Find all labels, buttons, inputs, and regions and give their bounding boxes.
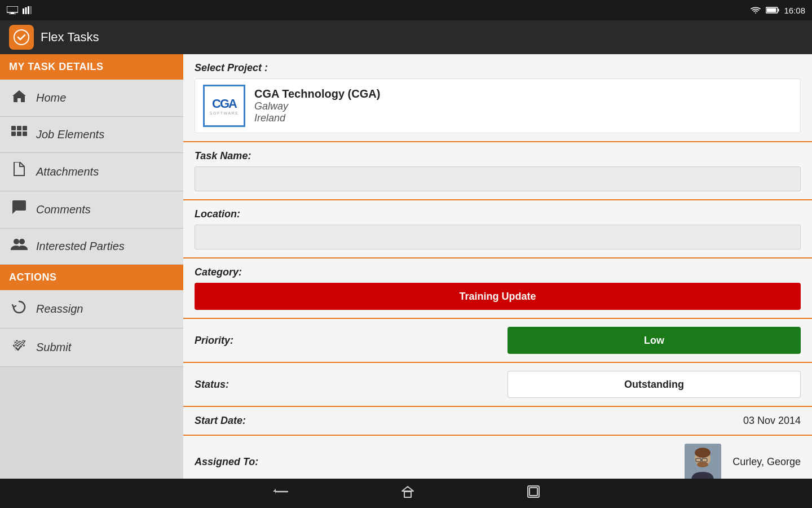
location-input[interactable]: [195, 225, 801, 249]
job-elements-label: Job Elements: [36, 128, 104, 141]
back-button[interactable]: [272, 485, 288, 501]
actions-header: ACTIONS: [0, 265, 183, 290]
avatar-image: [685, 444, 721, 479]
svg-rect-13: [23, 126, 27, 130]
cga-text: CGA: [212, 97, 236, 111]
main-layout: MY TASK DETAILS Home Job Eleme: [0, 54, 812, 479]
priority-section: Priority: Low: [183, 319, 812, 363]
priority-button[interactable]: Low: [508, 327, 801, 354]
svg-rect-2: [9, 14, 16, 14]
svg-rect-0: [7, 6, 18, 12]
select-project-section: Select Project : CGA SOFTWARE CGA Techno…: [183, 54, 812, 142]
start-date-value: 03 Nov 2014: [743, 415, 801, 427]
project-city: Galway: [254, 100, 380, 112]
content-area: Select Project : CGA SOFTWARE CGA Techno…: [183, 54, 812, 479]
screen-icon: [7, 6, 18, 14]
svg-rect-6: [30, 6, 32, 14]
sidebar-item-home[interactable]: Home: [0, 80, 183, 117]
app-title: Flex Tasks: [41, 30, 99, 45]
svg-rect-15: [17, 132, 21, 136]
battery-icon: [766, 6, 779, 14]
category-section: Category: Training Update: [183, 259, 812, 319]
project-card[interactable]: CGA SOFTWARE CGA Technology (CGA) Galway…: [195, 78, 801, 133]
reassign-label: Reassign: [36, 303, 83, 316]
category-button[interactable]: Training Update: [195, 283, 801, 310]
sidebar-item-job-elements[interactable]: Job Elements: [0, 117, 183, 153]
app-logo: [9, 25, 34, 50]
svg-rect-3: [23, 8, 24, 14]
status-section: Status: Outstanding: [183, 363, 812, 407]
svg-point-18: [19, 239, 25, 244]
assigned-to-label: Assigned To:: [195, 456, 258, 468]
project-country: Ireland: [254, 112, 380, 124]
status-bar: 16:08: [0, 0, 812, 20]
attachments-icon: [10, 162, 28, 182]
svg-rect-1: [11, 12, 14, 14]
task-name-label: Task Name:: [195, 150, 801, 162]
sidebar-item-submit[interactable]: 🏁 Submit: [0, 329, 183, 367]
priority-label: Priority:: [195, 335, 233, 347]
task-name-input[interactable]: [195, 167, 801, 191]
status-bar-left: [7, 6, 32, 14]
start-date-label: Start Date:: [195, 415, 246, 427]
interested-parties-label: Interested Parties: [36, 240, 125, 253]
sidebar: MY TASK DETAILS Home Job Eleme: [0, 54, 183, 479]
svg-rect-31: [529, 488, 537, 496]
assigned-to-section: Assigned To:: [183, 436, 812, 479]
home-label: Home: [36, 91, 66, 104]
submit-icon: 🏁: [10, 338, 28, 357]
my-task-details-header: MY TASK DETAILS: [0, 54, 183, 80]
svg-rect-5: [28, 6, 29, 14]
svg-rect-9: [767, 8, 776, 12]
avatar: [685, 444, 721, 479]
task-name-section: Task Name:: [183, 142, 812, 200]
bottom-nav: [0, 479, 812, 508]
status-button[interactable]: Outstanding: [508, 371, 801, 398]
home-button[interactable]: [401, 485, 414, 501]
submit-label: Submit: [36, 341, 71, 354]
start-date-section: Start Date: 03 Nov 2014: [183, 407, 812, 436]
svg-rect-4: [25, 7, 27, 14]
time-display: 16:08: [784, 6, 805, 15]
app-bar: Flex Tasks: [0, 20, 812, 54]
project-logo: CGA SOFTWARE: [203, 85, 245, 127]
status-label: Status:: [195, 379, 229, 391]
svg-rect-14: [11, 132, 16, 136]
assigned-to-value: Curley, George: [732, 456, 801, 468]
svg-point-17: [14, 239, 19, 244]
wifi-icon: [750, 6, 761, 14]
status-bar-right: 16:08: [750, 6, 805, 15]
svg-rect-8: [778, 9, 779, 12]
svg-rect-16: [23, 132, 27, 136]
location-label: Location:: [195, 208, 801, 220]
svg-rect-29: [404, 492, 411, 497]
software-text: SOFTWARE: [210, 111, 239, 115]
attachments-label: Attachments: [36, 165, 99, 178]
interested-parties-icon: [10, 238, 28, 255]
comments-label: Comments: [36, 203, 91, 216]
category-label: Category:: [195, 266, 801, 278]
svg-text:🏁: 🏁: [13, 339, 26, 352]
sidebar-item-comments[interactable]: Comments: [0, 191, 183, 229]
location-section: Location:: [183, 200, 812, 259]
svg-point-10: [14, 30, 29, 45]
recents-button[interactable]: [527, 485, 540, 501]
svg-rect-11: [11, 126, 16, 130]
project-info: CGA Technology (CGA) Galway Ireland: [254, 87, 380, 124]
sidebar-item-attachments[interactable]: Attachments: [0, 153, 183, 191]
comments-icon: [10, 200, 28, 219]
reassign-icon: [10, 299, 28, 319]
svg-point-23: [695, 448, 710, 458]
svg-rect-12: [17, 126, 21, 130]
sidebar-item-reassign[interactable]: Reassign: [0, 290, 183, 329]
sidebar-item-interested-parties[interactable]: Interested Parties: [0, 229, 183, 265]
select-project-label: Select Project :: [195, 62, 801, 74]
bars-icon: [23, 6, 32, 14]
svg-point-27: [697, 462, 708, 467]
job-elements-icon: [10, 126, 28, 143]
project-name: CGA Technology (CGA): [254, 87, 380, 100]
home-icon: [10, 89, 28, 107]
